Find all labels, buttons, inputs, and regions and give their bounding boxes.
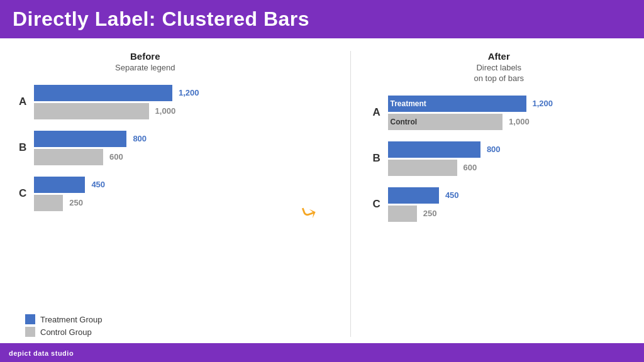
before-title: Before bbox=[19, 51, 272, 62]
before-panel: Before Separate legend A1,2001,000B80060… bbox=[19, 51, 272, 337]
after-group-a: ATreatment1,200Control1,000 bbox=[373, 96, 626, 130]
after-control-bar bbox=[388, 160, 457, 176]
after-bars-container: Treatment1,200Control1,000 bbox=[388, 96, 626, 130]
after-control-value: 250 bbox=[423, 209, 437, 218]
panel-divider bbox=[350, 51, 351, 337]
after-treatment-bar-row: 450 bbox=[388, 187, 626, 204]
before-chart: A1,2001,000B800600C450250 bbox=[19, 85, 272, 304]
arrow-container: ⤷ bbox=[291, 51, 328, 337]
after-control-bar-row: 600 bbox=[388, 160, 626, 176]
after-panel: After Direct labelson top of bars ATreat… bbox=[373, 51, 626, 337]
treatment-bar bbox=[34, 131, 126, 147]
after-chart: ATreatment1,200Control1,000B800600C45025… bbox=[373, 96, 626, 337]
after-group-label-a: A bbox=[373, 106, 383, 119]
control-value: 600 bbox=[109, 152, 123, 162]
legend: Treatment Group Control Group bbox=[19, 314, 272, 337]
after-control-value: 1,000 bbox=[509, 117, 530, 126]
treatment-bar-row: 450 bbox=[34, 177, 272, 193]
treatment-value: 1,200 bbox=[179, 88, 199, 97]
before-group-c: C450250 bbox=[19, 177, 272, 211]
control-bar-row: 250 bbox=[34, 195, 272, 211]
after-title: After bbox=[373, 51, 626, 62]
legend-control-box bbox=[25, 327, 35, 337]
group-label-b: B bbox=[19, 141, 29, 154]
after-group-b: B800600 bbox=[373, 141, 626, 176]
control-bar bbox=[34, 195, 63, 211]
after-control-bar-row: 250 bbox=[388, 206, 626, 222]
control-value: 250 bbox=[69, 198, 83, 207]
before-group-a: A1,2001,000 bbox=[19, 85, 272, 119]
treatment-value: 450 bbox=[91, 180, 105, 189]
brand-label: depict data studio bbox=[9, 349, 74, 357]
treatment-bar-row: 800 bbox=[34, 131, 272, 147]
after-treatment-bar bbox=[388, 141, 480, 158]
after-control-bar: Control bbox=[388, 114, 503, 130]
after-control-bar bbox=[388, 206, 417, 222]
control-bar-row: 600 bbox=[34, 149, 272, 165]
after-bars-container: 800600 bbox=[388, 141, 626, 176]
page-title: Directly Label: Clustered Bars bbox=[13, 8, 631, 31]
after-bars-container: 450250 bbox=[388, 187, 626, 222]
after-control-bar-row: Control1,000 bbox=[388, 114, 626, 130]
legend-treatment-box bbox=[25, 314, 35, 324]
after-treatment-bar bbox=[388, 187, 439, 204]
after-group-c: C450250 bbox=[373, 187, 626, 222]
main-content: Before Separate legend A1,2001,000B80060… bbox=[0, 38, 644, 343]
treatment-bar bbox=[34, 85, 172, 101]
after-treatment-bar-row: Treatment1,200 bbox=[388, 96, 626, 112]
treatment-bar bbox=[34, 177, 85, 193]
after-control-value: 600 bbox=[464, 163, 477, 172]
treatment-bar-row: 1,200 bbox=[34, 85, 272, 101]
header: Directly Label: Clustered Bars bbox=[0, 0, 644, 38]
before-subtitle: Separate legend bbox=[19, 63, 272, 74]
legend-treatment: Treatment Group bbox=[25, 314, 272, 324]
after-treatment-bar: Treatment bbox=[388, 96, 526, 112]
after-group-label-c: C bbox=[373, 198, 383, 211]
bars-container: 1,2001,000 bbox=[34, 85, 272, 119]
arrow-icon: ⤷ bbox=[296, 197, 323, 229]
after-treatment-value: 800 bbox=[487, 145, 501, 154]
after-group-label-b: B bbox=[373, 152, 383, 165]
control-bar-row: 1,000 bbox=[34, 103, 272, 119]
after-treatment-value: 450 bbox=[445, 190, 459, 200]
control-bar bbox=[34, 103, 149, 119]
bars-container: 800600 bbox=[34, 131, 272, 165]
treatment-bar-label: Treatment bbox=[391, 99, 426, 108]
treatment-value: 800 bbox=[133, 134, 147, 143]
legend-treatment-label: Treatment Group bbox=[40, 315, 103, 324]
group-label-a: A bbox=[19, 96, 29, 108]
legend-control: Control Group bbox=[25, 327, 272, 337]
group-label-c: C bbox=[19, 187, 29, 200]
bars-container: 450250 bbox=[34, 177, 272, 211]
after-treatment-bar-row: 800 bbox=[388, 141, 626, 158]
legend-control-label: Control Group bbox=[40, 327, 92, 337]
control-bar bbox=[34, 149, 103, 165]
before-group-b: B800600 bbox=[19, 131, 272, 165]
control-value: 1,000 bbox=[155, 106, 176, 116]
footer: depict data studio bbox=[0, 343, 644, 362]
after-subtitle: Direct labelson top of bars bbox=[373, 63, 626, 84]
control-bar-label: Control bbox=[391, 118, 418, 126]
after-treatment-value: 1,200 bbox=[533, 99, 553, 108]
